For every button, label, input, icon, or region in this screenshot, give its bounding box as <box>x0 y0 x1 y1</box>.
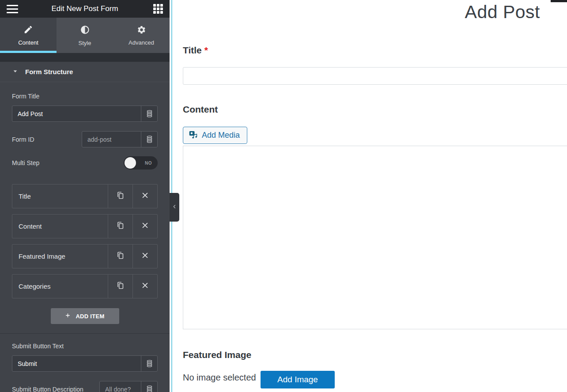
item-label[interactable]: Featured Image <box>12 245 108 268</box>
form-heading: Add Post <box>465 2 540 23</box>
dynamic-tags-icon[interactable] <box>141 132 157 147</box>
gear-icon <box>137 25 146 36</box>
hamburger-menu-icon[interactable] <box>7 3 18 15</box>
title-field-input[interactable] <box>183 67 567 85</box>
form-title-label: Form Title <box>12 93 158 100</box>
title-field-label: Title* <box>183 45 208 56</box>
media-icon <box>189 130 198 141</box>
repeater-item-title: Title <box>12 184 158 208</box>
submit-button-description-label: Submit Button Description <box>12 386 83 392</box>
panel-title: Edit New Post Form <box>51 4 118 13</box>
panel-header: Edit New Post Form <box>0 0 170 18</box>
panel-body: Form Title Form ID <box>0 93 170 392</box>
copy-icon <box>116 251 125 261</box>
panel-divider <box>0 333 170 334</box>
duplicate-item-button[interactable] <box>108 185 132 208</box>
tab-label: Content <box>18 39 38 46</box>
repeater-item-content: Content <box>12 214 158 238</box>
content-field-label: Content <box>183 104 218 115</box>
dynamic-tags-icon[interactable] <box>141 356 157 371</box>
duplicate-item-button[interactable] <box>108 245 132 268</box>
remove-item-button[interactable] <box>132 185 157 208</box>
chevron-left-icon <box>171 204 178 211</box>
add-item-button[interactable]: ADD ITEM <box>51 308 119 324</box>
elementor-panel: Edit New Post Form Content Style Advance… <box>0 0 170 392</box>
dynamic-tags-icon[interactable] <box>141 381 157 392</box>
remove-item-button[interactable] <box>132 215 157 238</box>
form-id-label: Form ID <box>12 136 34 143</box>
toggle-state: NO <box>145 161 152 166</box>
repeater-items: Title Content Featured Image <box>12 184 158 298</box>
form-id-control <box>82 131 158 147</box>
required-mark: * <box>204 45 208 55</box>
add-media-label: Add Media <box>202 131 240 140</box>
form-id-input[interactable] <box>82 132 141 147</box>
tab-label: Style <box>79 40 91 46</box>
caret-down-icon <box>12 68 18 75</box>
form-title-control <box>12 106 158 122</box>
item-label[interactable]: Title <box>12 185 108 208</box>
submit-button-description-input[interactable] <box>100 381 141 392</box>
panel-tabs: Content Style Advanced <box>0 18 170 53</box>
plus-icon <box>65 313 71 320</box>
no-image-status: No image selected <box>183 373 256 383</box>
submit-button-description-control <box>99 381 158 392</box>
pencil-icon <box>23 25 33 36</box>
content-field-textarea[interactable] <box>183 146 567 329</box>
duplicate-item-button[interactable] <box>108 215 132 238</box>
preview-canvas: Add Post Title* Content Add Media Featur… <box>170 0 567 392</box>
toggle-knob <box>125 157 136 169</box>
add-image-button[interactable]: Add Image <box>261 371 335 388</box>
remove-item-button[interactable] <box>132 245 157 268</box>
half-circle-icon <box>80 25 90 36</box>
x-icon <box>141 192 149 201</box>
tab-style[interactable]: Style <box>57 18 113 53</box>
submit-button-text-control <box>12 355 158 372</box>
copy-icon <box>116 281 125 291</box>
section-form-structure[interactable]: Form Structure <box>0 62 170 82</box>
section-title: Form Structure <box>25 68 73 75</box>
multi-step-label: Multi Step <box>12 159 39 166</box>
item-label[interactable]: Content <box>12 215 108 238</box>
add-media-button[interactable]: Add Media <box>183 127 247 144</box>
widgets-grid-icon[interactable] <box>153 4 163 14</box>
dynamic-tags-icon[interactable] <box>141 106 157 121</box>
x-icon <box>141 222 149 231</box>
repeater-item-featured-image: Featured Image <box>12 244 158 268</box>
tab-advanced[interactable]: Advanced <box>113 18 170 53</box>
tab-label: Advanced <box>129 39 154 46</box>
tab-content[interactable]: Content <box>0 18 57 53</box>
submit-button-text-input[interactable] <box>12 356 141 371</box>
add-item-label: ADD ITEM <box>76 313 104 320</box>
remove-item-button[interactable] <box>132 275 157 298</box>
clipped-element-sliver <box>551 0 567 2</box>
x-icon <box>141 282 149 291</box>
copy-icon <box>116 221 125 231</box>
duplicate-item-button[interactable] <box>108 275 132 298</box>
featured-image-label: Featured Image <box>183 350 251 360</box>
submit-button-text-label: Submit Button Text <box>12 343 158 350</box>
repeater-item-categories: Categories <box>12 274 158 298</box>
item-label[interactable]: Categories <box>12 275 108 298</box>
multi-step-toggle[interactable]: NO <box>124 156 158 170</box>
panel-collapse-handle[interactable] <box>170 193 179 222</box>
panel-gap <box>0 53 170 62</box>
form-title-input[interactable] <box>12 106 141 121</box>
copy-icon <box>116 191 125 201</box>
x-icon <box>141 252 149 261</box>
